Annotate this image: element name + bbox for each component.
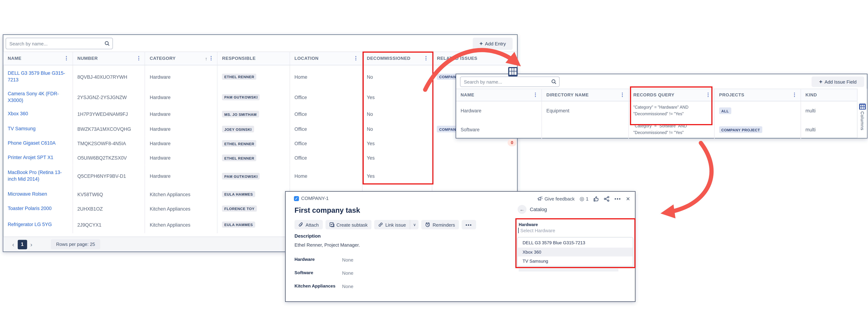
field-label: Software [294,270,342,276]
issue-breadcrumb[interactable]: ✓ COMPANY-1 [294,196,329,201]
assets-search[interactable] [6,38,113,49]
cell-number: KV58TW6Q [73,187,145,201]
select-hardware-input[interactable] [519,227,632,234]
columns-side-tab[interactable]: Columns [857,89,867,138]
column-menu-icon[interactable]: ⋮ [424,56,429,61]
asset-name-link: Printer Arojet SPT X1 [8,155,53,161]
projects-badge: ALL [719,108,731,114]
more-toolbar-button[interactable]: ••• [462,220,476,229]
search-input[interactable] [6,41,104,46]
issue-title[interactable]: First company task [294,206,360,214]
next-page-chevron-icon[interactable]: › [27,241,36,248]
table-row: Phone Gigaset C610A TMQK2SOWF8-4N5IA Har… [3,137,517,151]
prev-page-chevron-icon[interactable]: ‹ [9,241,18,248]
cell-number: Q5CEPH6NYF9BV-D1 [73,165,145,187]
field-label: Kitchen Appliances [294,284,342,289]
issue-fields-header: NAME⋮ DIRECTORY NAME⋮ RECORDS QUERY⋮ PRO… [456,89,867,101]
dropdown-option-highlighted[interactable]: Xbox 360 [518,248,633,257]
cell-location: Office [290,137,362,151]
share-button[interactable] [604,196,610,202]
column-header-location[interactable]: LOCATION⋮ [290,52,362,65]
close-icon[interactable]: × [626,196,630,202]
column-menu-icon[interactable]: ⋮ [620,93,625,98]
sort-asc-icon[interactable]: ↑ [205,56,208,61]
column-menu-icon[interactable]: ⋮ [209,56,214,61]
responsible-badge: EULA HAMMES [222,191,255,197]
like-button[interactable] [593,196,599,202]
create-subtask-button[interactable]: Create subtask [326,220,372,229]
rows-per-page-button[interactable]: Rows per page: 25 [51,239,100,249]
columns-grid-icon [859,103,866,110]
cell-directory-name [542,120,629,139]
text-cursor [518,228,519,233]
megaphone-icon [537,196,543,202]
asset-name-link: Microwave Rolsen [8,191,47,198]
screenshot-stage: + Add Entry NAME⋮ NUMBER⋮ CATEGORY↑⋮ RES… [0,0,868,330]
asset-name-link: Xbox 360 [8,111,28,117]
watch-button[interactable]: ◎ 1 [580,196,588,202]
column-header-projects[interactable]: PROJECTS⋮ [715,89,801,101]
asset-name-link: MacBook Pro (Retina 13-inch Mid 2014) [8,170,69,183]
column-header-decommissioned[interactable]: DECOMMISSIONED⋮ [362,52,433,65]
add-issue-field-button[interactable]: + Add Issue Field [811,77,864,87]
reminders-button[interactable]: Reminders [422,220,459,229]
link-icon [378,222,383,227]
table-row: DELL G3 3579 Blue G315-7213 8QVBJ-40XUO7… [3,65,517,88]
columns-grid-icon[interactable] [508,67,518,77]
column-menu-icon[interactable]: ⋮ [706,93,711,98]
column-menu-icon[interactable]: ⋮ [792,93,797,98]
table-row: TV Samsung BWZK73A1MXCOVQHG Hardware JOE… [3,122,517,137]
cell-category: Hardware [145,165,218,187]
column-header-responsible[interactable]: RESPONSIBLE [218,52,290,65]
column-menu-icon[interactable]: ⋮ [64,56,69,61]
give-feedback-button[interactable]: Give feedback [537,196,575,202]
more-actions-button[interactable]: ••• [615,196,621,202]
assets-toolbar: + Add Entry [3,35,517,52]
cell-field-name: Software [456,120,542,139]
cell-decommissioned: Yes [362,151,433,165]
catalog-label[interactable]: Catalog [530,207,547,212]
add-entry-button[interactable]: + Add Entry [473,38,513,50]
column-menu-icon[interactable]: ⋮ [136,56,142,61]
responsible-badge: PAM GUTKOWSKI [222,173,260,179]
attach-button[interactable]: Attach [294,220,322,229]
search-input[interactable] [461,79,551,85]
task-type-icon: ✓ [294,196,299,201]
issue-key[interactable]: COMPANY-1 [301,196,329,201]
column-header-name[interactable]: NAME⋮ [456,89,542,101]
column-header-name[interactable]: NAME⋮ [3,52,73,65]
column-header-directory-name[interactable]: DIRECTORY NAME⋮ [542,89,629,101]
cell-decommissioned: No [362,65,433,88]
related-issues-count-badge: 0 [507,139,517,146]
dropdown-option[interactable]: TV Samsung [518,257,633,265]
dropdown-option[interactable]: DELL G3 3579 Blue G315-7213 [518,238,633,247]
cell-decommissioned: Yes [362,165,433,187]
cell-category: Hardware [145,106,218,122]
field-value[interactable]: None [342,284,353,289]
column-header-kind[interactable]: KIND [801,89,858,101]
field-value[interactable]: None [342,270,353,276]
link-issue-dropdown-chevron-icon[interactable]: ∨ [410,220,419,229]
asset-name-link: TV Samsung [8,126,35,132]
issue-fields-search[interactable] [460,77,560,87]
column-header-related-issues[interactable]: RELATED ISSUES [433,52,517,65]
field-row: Kitchen Appliances None [294,284,353,289]
column-menu-icon[interactable]: ⋮ [533,93,538,98]
table-row: Software "Category" = "Software" AND "De… [456,120,867,139]
responsible-badge: FLORENCE TOY [222,205,257,212]
column-header-records-query[interactable]: RECORDS QUERY⋮ [629,89,715,101]
column-header-category[interactable]: CATEGORY↑⋮ [145,52,218,65]
column-menu-icon[interactable]: ⋮ [353,56,359,61]
description-label: Description [294,233,320,239]
description-text[interactable]: Ethel Renner, Project Manager. [294,242,360,248]
current-page-button[interactable]: 1 [18,240,27,249]
catalog-back-button[interactable]: ← Catalog [518,205,547,214]
hardware-options-dropdown: DELL G3 3579 Blue G315-7213 Xbox 360 TV … [517,237,633,266]
column-header-number[interactable]: NUMBER⋮ [73,52,145,65]
cell-decommissioned: No [362,106,433,122]
asset-name-link: Camera Sony 4K (FDR-X3000) [8,91,69,104]
link-issue-button[interactable]: Link issue [374,220,410,229]
clock-icon [425,222,430,227]
field-value[interactable]: None [342,257,353,263]
select-hardware-field[interactable] [518,227,631,234]
